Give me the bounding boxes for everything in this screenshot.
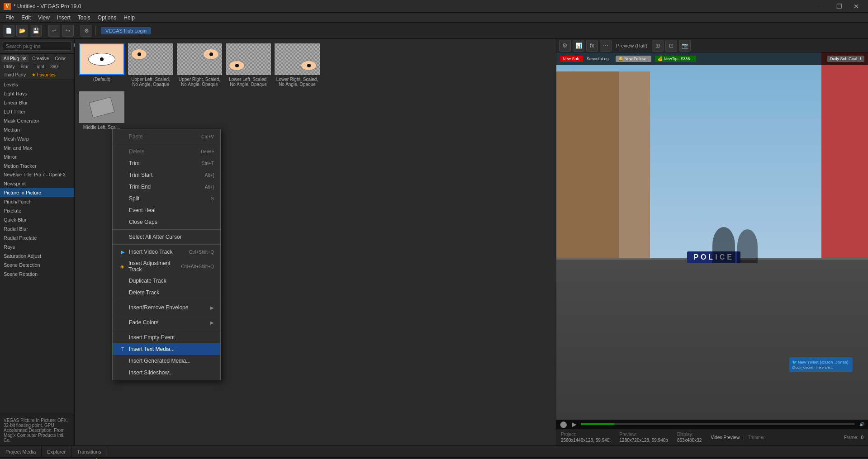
ctx-insert-remove-envelope[interactable]: Insert/Remove Envelope ▶ xyxy=(113,302,220,313)
new-button[interactable]: 📄 xyxy=(3,25,14,37)
plugin-item-radialpixelate[interactable]: Radial Pixelate xyxy=(0,233,74,242)
plugin-tabs: All Plug-ins Creative Color Utility Blur… xyxy=(0,54,74,80)
thumb-middle-left[interactable]: Middle Left, Scal... xyxy=(79,91,124,130)
ctx-event-heal[interactable]: Event Heal xyxy=(113,204,220,216)
plugin-item-pictureinpicture[interactable]: Picture in Picture xyxy=(0,188,74,197)
ctx-insert-empty-event[interactable]: Insert Empty Event xyxy=(113,331,220,343)
redo-button[interactable]: ↪ xyxy=(62,25,74,37)
plugin-item-radialblur[interactable]: Radial Blur xyxy=(0,224,74,233)
plugin-item-median[interactable]: Median xyxy=(0,125,74,134)
ctx-insert-generated-media[interactable]: Insert Generated Media... xyxy=(113,355,220,367)
tab-blur[interactable]: Blur xyxy=(18,63,31,70)
ctx-delete[interactable]: Delete Delete xyxy=(113,146,220,157)
tab-transitions[interactable]: Transitions xyxy=(71,446,107,458)
plugin-item-minmax[interactable]: Min and Max xyxy=(0,143,74,152)
menu-tools[interactable]: Tools xyxy=(74,14,94,22)
tab-light[interactable]: Light xyxy=(32,63,47,70)
tab-utility[interactable]: Utility xyxy=(1,63,17,70)
ctx-trim[interactable]: Trim Ctrl+T xyxy=(113,157,220,169)
video-preview-tab[interactable]: Video Preview xyxy=(711,435,740,440)
preview-area: POLICE New Sub: SenoritaLog... 🔔 New Fol… xyxy=(556,52,868,429)
toolbar-sep-3 xyxy=(95,26,96,35)
plugin-item-lutfilter[interactable]: LUT Filter xyxy=(0,107,74,116)
ctx-close-gaps[interactable]: Close Gaps xyxy=(113,216,220,228)
thumb-img-middle-left xyxy=(79,91,124,123)
tab-creative[interactable]: Creative xyxy=(30,55,51,62)
preview-capture-button[interactable]: 📷 xyxy=(679,40,691,52)
tab-color[interactable]: Color xyxy=(52,55,68,62)
plugin-item-newblue[interactable]: NewBlue Titler Pro 7 - OpenFX xyxy=(0,170,74,179)
minimize-button[interactable]: — xyxy=(814,0,830,13)
tab-favorites[interactable]: ★ Favorites xyxy=(29,71,58,78)
preview-snap-button[interactable]: ⊡ xyxy=(665,40,677,52)
pupil-lower-right xyxy=(307,64,311,67)
close-button[interactable]: ✕ xyxy=(848,0,864,13)
ctx-fade-colors[interactable]: Fade Colors ▶ xyxy=(113,317,220,328)
preview-stop-btn[interactable]: ⬤ xyxy=(560,421,567,428)
maximize-button[interactable]: ❐ xyxy=(831,0,847,13)
plugin-item-newsprint[interactable]: Newsprint xyxy=(0,179,74,188)
save-button[interactable]: 💾 xyxy=(30,25,42,37)
thumb-lower-right[interactable]: Lower Right, Scaled, No Angle, Opaque xyxy=(275,43,320,87)
preview-mute-icon[interactable]: 🔊 xyxy=(859,422,864,426)
open-button[interactable]: 📂 xyxy=(16,25,28,37)
plugin-item-maskgenerator[interactable]: Mask Generator xyxy=(0,116,74,125)
plugin-item-linearblur[interactable]: Linear Blur xyxy=(0,98,74,107)
search-input[interactable] xyxy=(3,42,71,51)
menu-edit[interactable]: Edit xyxy=(18,14,34,22)
scene-road xyxy=(556,260,868,429)
tab-explorer[interactable]: Explorer xyxy=(42,446,71,458)
preview-settings-button[interactable]: ⚙ xyxy=(559,40,571,52)
thumb-label-upper-left: Upper Left, Scaled, No Angle, Opaque xyxy=(128,77,173,87)
menu-insert[interactable]: Insert xyxy=(53,14,74,22)
plugin-item-meshwarp[interactable]: Mesh Warp xyxy=(0,134,74,143)
ctx-split[interactable]: Split S xyxy=(113,193,220,204)
tab-third-party[interactable]: Third Party xyxy=(1,71,28,78)
ctx-insert-video-track[interactable]: ▶ Insert Video Track Ctrl+Shift+Q xyxy=(113,246,220,258)
ctx-insert-adjustment-track[interactable]: ◈ Insert Adjustment Track Ctrl+Alt+Shift… xyxy=(113,258,220,275)
tab-project-media[interactable]: Project Media xyxy=(0,446,42,458)
ctx-delete-track[interactable]: Delete Track xyxy=(113,287,220,298)
preview-scope-button[interactable]: 📊 xyxy=(573,40,584,52)
preview-play-btn[interactable]: ▶ xyxy=(572,421,577,428)
plugin-item-levels[interactable]: Levels xyxy=(0,80,74,89)
menu-view[interactable]: View xyxy=(34,14,53,22)
ctx-paste[interactable]: Paste Ctrl+V xyxy=(113,131,220,142)
plugin-item-saturationadjust[interactable]: Saturation Adjust xyxy=(0,251,74,260)
plugin-item-motiontracker[interactable]: Motion Tracker xyxy=(0,161,74,170)
menu-help[interactable]: Help xyxy=(120,14,138,22)
plugin-item-rays[interactable]: Rays xyxy=(0,242,74,251)
plugin-item-quickblur[interactable]: Quick Blur xyxy=(0,215,74,224)
ctx-insert-text-media[interactable]: T Insert Text Media... xyxy=(113,343,220,355)
plugin-item-scenedetection[interactable]: Scene Detection xyxy=(0,260,74,270)
ctx-trim-start[interactable]: Trim Start Alt+[ xyxy=(113,169,220,181)
tab-all-plugins[interactable]: All Plug-ins xyxy=(1,55,28,62)
preview-progress-bar[interactable] xyxy=(581,423,855,425)
plugin-item-mirror[interactable]: Mirror xyxy=(0,152,74,161)
ctx-duplicate-track[interactable]: Duplicate Track xyxy=(113,275,220,287)
preview-grid-button[interactable]: ⊞ xyxy=(652,40,664,52)
menu-file[interactable]: File xyxy=(2,14,18,22)
plugin-item-pixelate[interactable]: Pixelate xyxy=(0,206,74,215)
menu-options[interactable]: Options xyxy=(94,14,120,22)
plugin-item-scenerotation[interactable]: Scene Rotation xyxy=(0,270,74,279)
plugin-item-lightrays[interactable]: Light Rays xyxy=(0,89,74,98)
trimmer-tab[interactable]: Trimmer xyxy=(748,435,765,440)
plugin-item-pinchpunch[interactable]: Pinch/Punch xyxy=(0,197,74,206)
ctx-select-all-after-cursor[interactable]: Select All After Cursor xyxy=(113,231,220,243)
preview-fx-button[interactable]: fx xyxy=(586,40,598,52)
settings-button[interactable]: ⚙ xyxy=(81,25,92,37)
tab-360[interactable]: 360° xyxy=(48,63,62,70)
thumb-upper-left[interactable]: Upper Left, Scaled, No Angle, Opaque xyxy=(128,43,173,87)
sub-username: SenoritaLog... xyxy=(587,57,612,61)
ctx-trim-end[interactable]: Trim End Alt+] xyxy=(113,181,220,193)
preview-tab-sep: | xyxy=(743,435,745,440)
preview-res-info: Preview: 1280x720x128, 59.940p xyxy=(620,432,668,443)
ctx-insert-slideshow[interactable]: Insert Slideshow... xyxy=(113,367,220,379)
thumb-lower-left[interactable]: Lower Left, Scaled, No Angle, Opaque xyxy=(226,43,271,87)
thumb-upper-right[interactable]: Upper Right, Scaled, No Angle, Opaque xyxy=(177,43,222,87)
preview-more-button[interactable]: ⋯ xyxy=(600,40,612,52)
undo-button[interactable]: ↩ xyxy=(48,25,60,37)
hub-login-button[interactable]: VEGAS Hub Login xyxy=(101,27,151,34)
thumb-default[interactable]: (Default) xyxy=(79,43,124,87)
